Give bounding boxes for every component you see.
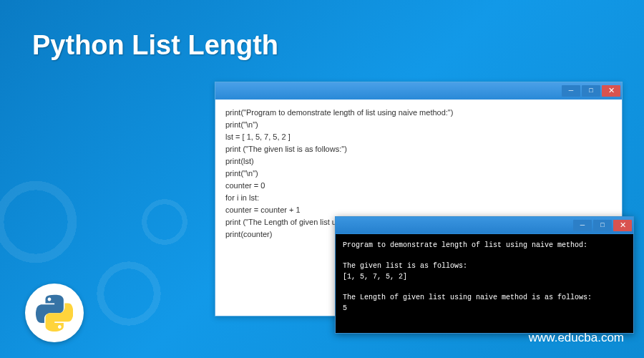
- maximize-button[interactable]: □: [593, 220, 612, 231]
- python-icon: [36, 294, 73, 332]
- close-button[interactable]: ✕: [602, 85, 620, 97]
- code-line: counter = counter + 1: [225, 204, 612, 216]
- code-line: print("\n"): [225, 168, 612, 180]
- code-line: for i in lst:: [225, 192, 612, 204]
- minimize-button[interactable]: ─: [562, 85, 580, 97]
- console-titlebar: ─ □ ✕: [336, 217, 633, 234]
- python-logo: [25, 284, 84, 342]
- website-url: www.educba.com: [529, 331, 624, 345]
- console-content: Program to demonstrate length of list us…: [336, 234, 633, 333]
- code-line: counter = 0: [225, 180, 612, 192]
- console-line: The given list is as follows:: [343, 261, 626, 271]
- code-line: print ("The given list is as follows:"): [225, 143, 612, 155]
- code-line: print("Program to demonstrate length of …: [225, 107, 612, 119]
- maximize-button[interactable]: □: [582, 85, 600, 97]
- code-line: lst = [ 1, 5, 7, 5, 2 ]: [225, 131, 612, 143]
- console-line: [1, 5, 7, 5, 2]: [343, 271, 626, 282]
- code-line: print(lst): [225, 155, 612, 168]
- editor-titlebar: ─ □ ✕: [215, 82, 622, 100]
- close-button[interactable]: ✕: [613, 220, 632, 231]
- page-title: Python List Length: [32, 30, 278, 61]
- minimize-button[interactable]: ─: [573, 220, 592, 231]
- console-line: The Length of given list using naive met…: [343, 292, 626, 303]
- console-window: ─ □ ✕ Program to demonstrate length of l…: [335, 216, 634, 334]
- console-line: Program to demonstrate length of list us…: [343, 240, 626, 251]
- console-line: 5: [343, 303, 626, 314]
- code-line: print("\n"): [225, 119, 612, 131]
